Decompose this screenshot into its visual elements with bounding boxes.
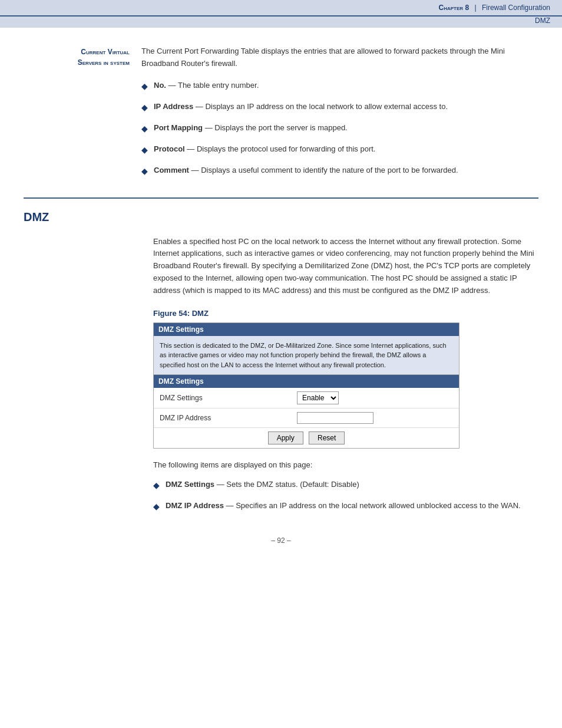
dmz-box-header: DMZ Settings — [154, 323, 459, 336]
bullet-text: Comment — Displays a useful comment to i… — [154, 164, 458, 176]
current-virtual-bullet-list: ◆ No. — The table entry number. ◆ IP Add… — [141, 80, 538, 177]
bullet-text: No. — The table entry number. — [154, 80, 259, 91]
current-virtual-servers-section: Current Virtual Servers in system The Cu… — [24, 45, 538, 186]
bullet-sep: — — [193, 102, 205, 111]
section-divider — [24, 197, 538, 199]
bullet-desc: The table entry number. — [178, 81, 259, 90]
list-item: ◆ Comment — Displays a useful comment to… — [141, 164, 538, 177]
dmz-buttons-cell: Apply Reset — [154, 428, 459, 449]
bullet-text: Protocol — Displays the protocol used fo… — [154, 143, 375, 155]
bullet-diamond-icon: ◆ — [141, 144, 148, 156]
bullet-desc: Displays an IP address on the local netw… — [205, 102, 448, 111]
list-item: ◆ DMZ IP Address — Specifies an IP addre… — [153, 500, 538, 513]
bullet-desc: Specifies an IP address on the local net… — [236, 501, 520, 510]
page-number: – 92 – — [24, 536, 538, 556]
bullet-text: DMZ Settings — Sets the DMZ status. (Def… — [166, 479, 359, 490]
bullet-sep: — — [185, 144, 197, 153]
bullet-text: Port Mapping — Displays the port the ser… — [154, 122, 348, 134]
bullet-term: No. — [154, 81, 166, 90]
dmz-ip-input-cell — [291, 409, 459, 428]
bullet-term: Protocol — [154, 144, 185, 153]
bullet-desc: Displays the port the server is mapped. — [214, 123, 347, 132]
header-subtitle: DMZ — [0, 17, 562, 28]
list-item: ◆ IP Address — Displays an IP address on… — [141, 101, 538, 114]
bullet-desc: Sets the DMZ status. (Default: Disable) — [226, 480, 359, 489]
dmz-bullet-list: ◆ DMZ Settings — Sets the DMZ status. (D… — [153, 479, 538, 513]
apply-button[interactable]: Apply — [268, 431, 303, 444]
reset-button[interactable]: Reset — [309, 431, 345, 444]
bullet-diamond-icon: ◆ — [153, 500, 160, 513]
header-bar: Chapter 8 | Firewall Configuration — [0, 0, 562, 17]
dmz-section: Enables a specified host PC on the local… — [153, 236, 538, 513]
bullet-text: IP Address — Displays an IP address on t… — [154, 101, 448, 113]
dmz-settings-box: DMZ Settings This section is dedicated t… — [153, 322, 459, 449]
bullet-sep: — — [214, 480, 226, 489]
dmz-body-text: Enables a specified host PC on the local… — [153, 236, 538, 297]
bullet-text: DMZ IP Address — Specifies an IP address… — [166, 500, 521, 512]
dmz-ip-label: DMZ IP Address — [154, 409, 291, 428]
dmz-settings-input-cell: Enable Disable — [291, 388, 459, 409]
bullet-sep: — — [224, 501, 236, 510]
figure-label: Figure 54: DMZ — [153, 309, 538, 318]
bullet-diamond-icon: ◆ — [141, 165, 148, 177]
bullet-diamond-icon: ◆ — [153, 479, 160, 492]
bullet-sep: — — [166, 81, 178, 90]
dmz-box-desc: This section is dedicated to the DMZ, or… — [154, 336, 459, 375]
section-label-current-virtual: Current Virtual Servers in system — [24, 45, 141, 186]
header-title: Firewall Configuration — [482, 4, 550, 12]
dmz-settings-row: DMZ Settings Enable Disable — [154, 388, 459, 409]
bullet-diamond-icon: ◆ — [141, 80, 148, 93]
bullet-diamond-icon: ◆ — [141, 101, 148, 114]
bullet-term: DMZ IP Address — [166, 501, 224, 510]
section-body-current-virtual: The Current Port Forwarding Table displa… — [141, 45, 538, 186]
bullet-term: IP Address — [154, 102, 193, 111]
bullet-sep: — — [203, 123, 214, 132]
dmz-ip-row: DMZ IP Address — [154, 409, 459, 428]
header-divider: | — [474, 4, 476, 12]
chapter-label: Chapter 8 — [439, 4, 470, 12]
dmz-heading: DMZ — [24, 210, 538, 224]
following-items-text: The following items are displayed on thi… — [153, 460, 538, 469]
bullet-term: DMZ Settings — [166, 480, 214, 489]
dmz-settings-label: DMZ Settings — [154, 388, 291, 409]
list-item: ◆ No. — The table entry number. — [141, 80, 538, 93]
dmz-settings-table: DMZ Settings Enable Disable DMZ IP Addre… — [154, 388, 459, 448]
dmz-ip-input[interactable] — [297, 412, 373, 424]
bullet-term: Port Mapping — [154, 123, 203, 132]
bullet-diamond-icon: ◆ — [141, 123, 148, 135]
list-item: ◆ Protocol — Displays the protocol used … — [141, 143, 538, 156]
bullet-desc: Displays the protocol used for forwardin… — [197, 144, 375, 153]
dmz-box-subheader: DMZ Settings — [154, 375, 459, 388]
bullet-desc: Displays a useful comment to identify th… — [201, 166, 458, 174]
current-virtual-intro: The Current Port Forwarding Table displa… — [141, 45, 538, 70]
list-item: ◆ Port Mapping — Displays the port the s… — [141, 122, 538, 135]
main-content: Current Virtual Servers in system The Cu… — [0, 28, 562, 574]
list-item: ◆ DMZ Settings — Sets the DMZ status. (D… — [153, 479, 538, 492]
bullet-sep: — — [189, 166, 201, 174]
dmz-settings-select[interactable]: Enable Disable — [297, 391, 339, 404]
dmz-buttons-row: Apply Reset — [154, 428, 459, 449]
bullet-term: Comment — [154, 166, 189, 174]
